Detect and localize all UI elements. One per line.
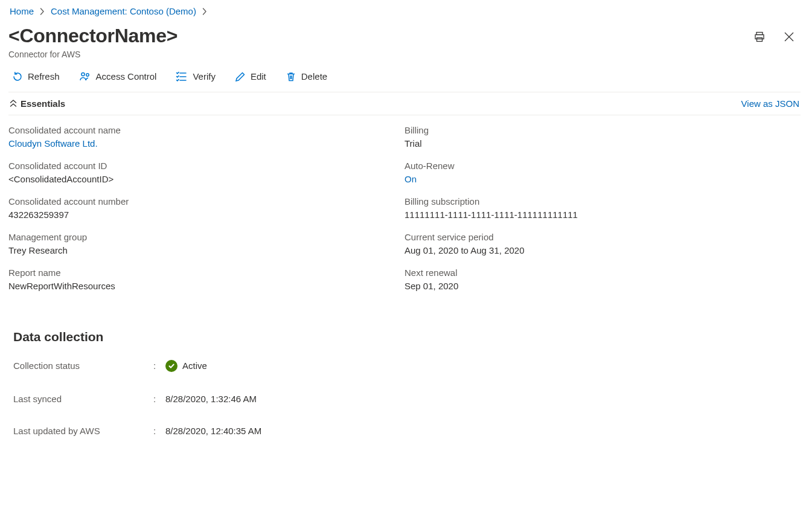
essentials-item: Consolidated account ID <ConsolidatedAcc… (8, 159, 405, 187)
essentials-label-consolidated-account-number: Consolidated account number (8, 195, 405, 209)
management-group-value: Trey Research (8, 244, 405, 258)
essentials-label-consolidated-account-name: Consolidated account name (8, 124, 405, 138)
essentials-item: Report name NewReportWithResources (8, 266, 405, 293)
people-icon (79, 71, 91, 82)
breadcrumb-cost-management[interactable]: Cost Management: Contoso (Demo) (51, 6, 196, 16)
chevron-right-icon (40, 8, 45, 15)
essentials-item: Consolidated account name Cloudyn Softwa… (8, 124, 405, 151)
breadcrumb: Home Cost Management: Contoso (Demo) (8, 5, 801, 21)
print-button[interactable] (751, 28, 768, 45)
print-icon (753, 31, 766, 43)
essentials-item: Next renewal Sep 01, 2020 (405, 266, 801, 293)
essentials-item: Consolidated account number 432263259397 (8, 195, 405, 222)
breadcrumb-home[interactable]: Home (10, 6, 34, 16)
verify-button[interactable]: Verify (173, 70, 218, 83)
last-synced-value: 8/28/2020, 1:32:46 AM (165, 394, 257, 404)
essentials-right-column: Billing Trial Auto-Renew On Billing subs… (405, 124, 801, 302)
last-synced-label: Last synced (13, 394, 153, 404)
billing-value: Trial (405, 137, 801, 151)
next-renewal-value: Sep 01, 2020 (405, 280, 801, 293)
edit-label: Edit (251, 71, 266, 82)
data-collection-title: Data collection (13, 330, 801, 344)
edit-button[interactable]: Edit (232, 70, 269, 83)
collection-status-row: Collection status : Active (13, 360, 801, 372)
billing-subscription-value: 11111111-1111-1111-1111-111111111111 (405, 208, 801, 222)
collection-status-label: Collection status (13, 361, 153, 371)
essentials-label-management-group: Management group (8, 231, 405, 245)
verify-label: Verify (193, 71, 216, 82)
view-as-json-link[interactable]: View as JSON (741, 98, 799, 109)
essentials-label-current-service-period: Current service period (405, 231, 801, 245)
consolidated-account-id-value: <ConsolidatedAccountID> (8, 173, 405, 187)
chevron-right-icon (202, 8, 207, 15)
essentials-label-auto-renew: Auto-Renew (405, 159, 801, 173)
essentials-panel: Consolidated account name Cloudyn Softwa… (8, 115, 801, 302)
last-updated-label: Last updated by AWS (13, 426, 153, 436)
essentials-item: Billing subscription 11111111-1111-1111-… (405, 195, 801, 222)
collection-status-value: Active (182, 361, 207, 371)
last-updated-row: Last updated by AWS : 8/28/2020, 12:40:3… (13, 426, 801, 436)
svg-point-4 (86, 74, 88, 76)
toolbar: Refresh Access Control Verify Edit (8, 59, 801, 92)
essentials-label-billing-subscription: Billing subscription (405, 195, 801, 209)
svg-point-3 (81, 72, 84, 75)
page-subtitle: Connector for AWS (8, 50, 177, 59)
page-title: <ConnectorName> (8, 25, 177, 47)
last-synced-row: Last synced : 8/28/2020, 1:32:46 AM (13, 394, 801, 404)
delete-button[interactable]: Delete (283, 70, 330, 83)
essentials-item: Auto-Renew On (405, 159, 801, 187)
chevron-up-double-icon (10, 99, 17, 107)
refresh-label: Refresh (28, 71, 60, 82)
delete-icon (286, 71, 296, 82)
essentials-label-next-renewal: Next renewal (405, 266, 801, 280)
last-updated-value: 8/28/2020, 12:40:35 AM (165, 426, 261, 436)
essentials-label-billing: Billing (405, 124, 801, 138)
current-service-period-value: Aug 01, 2020 to Aug 31, 2020 (405, 244, 801, 258)
edit-icon (235, 71, 246, 82)
close-icon (784, 31, 795, 42)
auto-renew-link[interactable]: On (405, 174, 417, 184)
access-control-label: Access Control (96, 71, 157, 82)
essentials-item: Management group Trey Research (8, 231, 405, 258)
svg-rect-2 (757, 38, 763, 42)
consolidated-account-number-value: 432263259397 (8, 208, 405, 222)
report-name-value: NewReportWithResources (8, 280, 405, 293)
essentials-label-report-name: Report name (8, 266, 405, 280)
data-collection-section: Data collection Collection status : Acti… (8, 330, 801, 436)
essentials-label-consolidated-account-id: Consolidated account ID (8, 159, 405, 173)
delete-label: Delete (301, 71, 327, 82)
status-active-icon (165, 360, 177, 372)
consolidated-account-name-link[interactable]: Cloudyn Software Ltd. (8, 138, 98, 149)
essentials-left-column: Consolidated account name Cloudyn Softwa… (8, 124, 405, 302)
essentials-item: Current service period Aug 01, 2020 to A… (405, 231, 801, 258)
essentials-toggle[interactable]: Essentials (10, 98, 65, 109)
checklist-icon (176, 71, 188, 82)
close-button[interactable] (781, 29, 797, 45)
essentials-item: Billing Trial (405, 124, 801, 151)
refresh-icon (12, 71, 23, 82)
access-control-button[interactable]: Access Control (77, 70, 159, 83)
essentials-label: Essentials (21, 98, 65, 109)
refresh-button[interactable]: Refresh (10, 70, 62, 83)
